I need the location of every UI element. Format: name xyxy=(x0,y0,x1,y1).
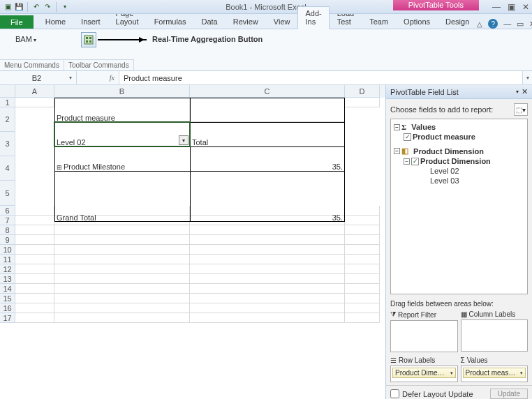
tab-review[interactable]: Review xyxy=(226,15,266,29)
pivot-cell[interactable] xyxy=(191,98,344,122)
report-filter-area[interactable] xyxy=(390,320,458,352)
row-header[interactable]: 15 xyxy=(0,294,15,303)
update-button[interactable]: Update xyxy=(490,389,528,399)
field-tree[interactable]: −Σ Values ✓Product measure −◧ Product Di… xyxy=(390,119,528,294)
tab-add-ins[interactable]: Add-Ins xyxy=(297,6,329,29)
row-labels-area[interactable]: Product Dime… xyxy=(390,366,458,382)
col-header-c[interactable]: C xyxy=(190,85,345,98)
tab-formulas[interactable]: Formulas xyxy=(147,15,194,29)
help-icon[interactable]: ? xyxy=(488,19,498,29)
tab-home[interactable]: Home xyxy=(38,15,73,29)
title-bar: ▣ 💾 ↶ ↷ ▾ Book1 - Microsoft Excel PivotT… xyxy=(0,0,532,14)
row-header[interactable]: 16 xyxy=(0,303,15,313)
callout-label: Real-Time Aggregation Button xyxy=(152,35,263,43)
tab-view[interactable]: View xyxy=(266,15,298,29)
field-product-dimension[interactable]: Product Dimension xyxy=(420,157,491,165)
undo-icon[interactable]: ↶ xyxy=(31,2,41,12)
pivot-grand-total-label[interactable]: Grand Total xyxy=(55,172,191,222)
row-header[interactable]: 5 xyxy=(0,181,15,206)
field-level-02[interactable]: Level 02 xyxy=(392,166,526,176)
field-product-measure[interactable]: Product measure xyxy=(413,133,475,141)
pivot-cell[interactable]: Product measure xyxy=(55,98,191,122)
col-header-b[interactable]: B xyxy=(54,85,190,98)
collapse-icon[interactable]: − xyxy=(404,158,410,165)
doc-restore-icon[interactable]: ▭ xyxy=(517,20,524,29)
collapse-icon[interactable]: − xyxy=(394,148,400,154)
tab-data[interactable]: Data xyxy=(193,15,225,29)
expand-icon[interactable]: ⊞ xyxy=(57,164,62,171)
cube-icon: ◧ xyxy=(401,146,408,156)
row-header[interactable]: 13 xyxy=(0,274,15,284)
tab-team[interactable]: Team xyxy=(362,15,396,29)
row-header[interactable]: 3 xyxy=(0,132,15,156)
redo-icon[interactable]: ↷ xyxy=(43,2,52,12)
pivot-value-cell[interactable]: 35. xyxy=(191,147,344,171)
close-icon[interactable]: ✕ xyxy=(522,2,529,12)
save-icon[interactable]: 💾 xyxy=(14,2,24,12)
defer-layout-label: Defer Layout Update xyxy=(402,390,473,398)
formula-bar-expand-icon[interactable]: ▾ xyxy=(522,71,532,85)
toolbar-commands-group: Toolbar Commands xyxy=(64,59,134,70)
row-header[interactable]: 14 xyxy=(0,284,15,294)
pivot-grand-total-value[interactable]: 35. xyxy=(191,172,344,222)
row-header[interactable]: 17 xyxy=(0,313,15,323)
row-header[interactable]: 10 xyxy=(0,245,15,255)
layout-options-button[interactable]: ⬚▾ xyxy=(514,103,528,116)
row-header[interactable]: 4 xyxy=(0,156,15,181)
svg-rect-4 xyxy=(89,40,91,43)
tab-options[interactable]: Options xyxy=(396,15,438,29)
pivot-row-item[interactable]: ⊞Product Milestone xyxy=(55,147,191,171)
select-all-corner[interactable] xyxy=(0,85,15,98)
column-labels-area[interactable] xyxy=(461,319,529,352)
pivot-row-label-header[interactable]: Level 02▾ xyxy=(55,123,191,146)
callout-arrow-icon xyxy=(98,39,147,40)
pane-close-icon[interactable]: ✕ xyxy=(522,87,528,96)
restore-icon[interactable]: ▣ xyxy=(508,2,515,12)
bam-menu-button[interactable]: BAM xyxy=(15,35,36,43)
row-label-pill[interactable]: Product Dime… xyxy=(392,368,456,378)
name-box[interactable]: B2 xyxy=(0,71,77,84)
pivot-field-list-pane: PivotTable Field List ▾ ✕ Choose fields … xyxy=(385,85,532,399)
row-header[interactable]: 12 xyxy=(0,264,15,274)
columns-icon: ▦ xyxy=(461,310,467,318)
formula-bar-row: B2 fx Product measure ▾ xyxy=(0,71,532,85)
pivot-cell[interactable]: Total xyxy=(191,123,344,146)
row-header[interactable]: 7 xyxy=(0,216,15,225)
fx-icon[interactable]: fx xyxy=(110,74,114,82)
qat-dropdown-icon[interactable]: ▾ xyxy=(60,2,70,12)
field-level-03[interactable]: Level 03 xyxy=(392,176,526,186)
tab-design[interactable]: Design xyxy=(438,15,477,29)
pane-dropdown-icon[interactable]: ▾ xyxy=(516,89,519,95)
row-header[interactable]: 2 xyxy=(0,107,15,132)
col-header-a[interactable]: A xyxy=(15,85,54,98)
worksheet-area[interactable]: A B C D 1 2 3 4 5 6 7 8 9 10 11 12 13 14… xyxy=(0,85,385,399)
values-pill[interactable]: Product meas… xyxy=(463,368,526,378)
row-header[interactable]: 1 xyxy=(0,98,15,107)
rows-icon: ☰ xyxy=(390,356,397,364)
formula-bar[interactable]: Product measure xyxy=(119,71,522,84)
collapse-icon[interactable]: − xyxy=(394,124,400,130)
window-title: Book1 - Microsoft Excel xyxy=(226,3,306,11)
pane-title: PivotTable Field List xyxy=(390,88,459,96)
row-header[interactable]: 9 xyxy=(0,235,15,245)
tab-file[interactable]: File xyxy=(0,15,34,29)
row-header[interactable]: 8 xyxy=(0,225,15,235)
real-time-aggregation-button[interactable] xyxy=(81,32,96,47)
defer-layout-checkbox[interactable] xyxy=(390,389,399,398)
checkbox-checked-icon[interactable]: ✓ xyxy=(404,133,411,141)
values-area[interactable]: Product meas… xyxy=(461,366,529,382)
pivot-tools-contextual-tab: PivotTable Tools xyxy=(393,0,479,10)
row-header[interactable]: 6 xyxy=(0,206,15,216)
excel-icon: ▣ xyxy=(3,2,13,12)
minimize-ribbon-icon[interactable]: △ xyxy=(477,20,482,28)
doc-close-icon[interactable]: ✕ xyxy=(529,20,532,29)
col-header-d[interactable]: D xyxy=(345,85,380,98)
tab-insert[interactable]: Insert xyxy=(73,15,108,29)
row-header[interactable]: 11 xyxy=(0,255,15,264)
checkbox-checked-icon[interactable]: ✓ xyxy=(411,158,419,165)
drag-fields-label: Drag fields between areas below: xyxy=(390,299,528,309)
doc-minimize-icon[interactable]: — xyxy=(503,20,511,28)
minimize-icon[interactable]: — xyxy=(492,2,501,12)
pivot-filter-dropdown-icon[interactable]: ▾ xyxy=(179,135,189,145)
pivot-table[interactable]: Product measure Level 02▾ Total ⊞Product… xyxy=(54,98,345,222)
